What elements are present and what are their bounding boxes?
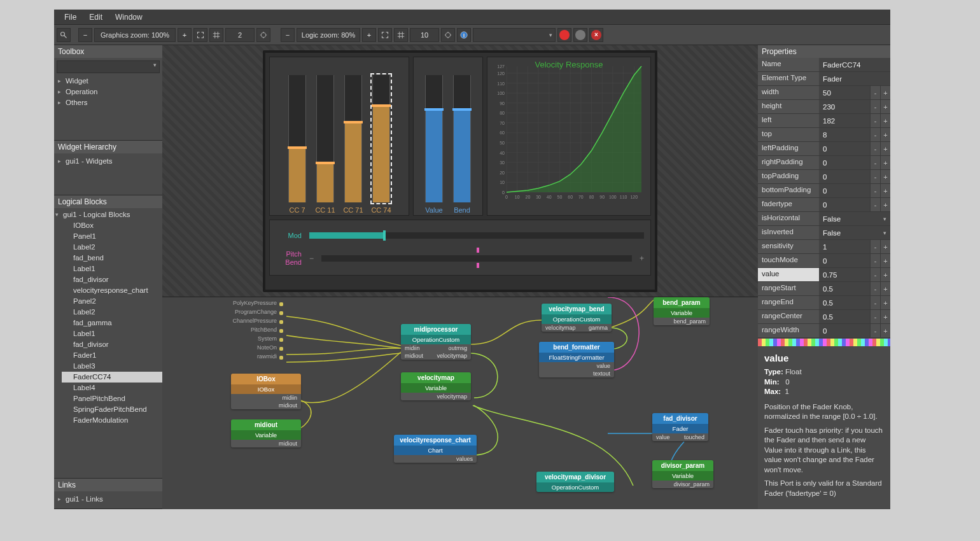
grid-logic-icon[interactable] [394,28,408,42]
search-icon[interactable] [57,28,71,42]
graphics-zoom-field[interactable]: Graphics zoom: 100% [94,28,176,42]
logic-grid-step[interactable]: 10 [410,28,439,42]
prop-value[interactable]: 0.5 [819,310,870,323]
fit-icon[interactable] [193,28,207,42]
links-root[interactable]: gui1 - Links [57,494,160,505]
prop-increment[interactable]: + [880,268,890,281]
prop-value[interactable]: 50 [819,86,870,99]
logical-item[interactable]: Label4 [62,383,162,393]
logical-item[interactable]: Panel1 [62,231,162,242]
node-divisor-param[interactable]: divisor_paramVariable divisor_param [652,460,713,488]
fader[interactable] [288,75,306,202]
toolbox-item[interactable]: Operation [57,87,160,97]
toolbar-combo[interactable] [473,28,556,42]
prop-decrement[interactable]: - [870,310,880,323]
prop-decrement[interactable]: - [870,184,880,197]
prop-value[interactable]: 0 [819,156,870,169]
logic-zoom-field[interactable]: Logic zoom: 80% [297,28,360,42]
target-icon[interactable] [256,28,270,42]
prop-value[interactable]: 8 [819,128,870,141]
grid-icon[interactable] [209,28,223,42]
fader[interactable] [344,75,362,202]
gzoom-plus-button[interactable]: + [178,28,192,42]
prop-decrement[interactable]: - [870,100,880,113]
node-velocitymap-divisor[interactable]: velocitymap_divisorOperationCustom [536,472,614,492]
menu-window[interactable]: Window [109,13,149,22]
toolbox-filter-combo[interactable] [57,60,160,73]
logical-item[interactable]: FaderModulation [62,415,162,426]
fit-logic-icon[interactable] [378,28,392,42]
node-graph[interactable]: PolyKeyPressureProgramChangeChannelPress… [162,297,758,509]
info-icon[interactable]: i [457,28,471,42]
mod-slider[interactable] [309,232,644,239]
prop-increment[interactable]: + [880,114,890,127]
prop-decrement[interactable]: - [870,296,880,309]
prop-increment[interactable]: + [880,142,890,155]
prop-value[interactable]: 0 [819,170,870,183]
prop-value[interactable]: 0.75 [819,268,870,281]
prop-value-combo[interactable]: False [819,226,890,239]
prop-decrement[interactable]: - [870,142,880,155]
prop-value[interactable]: 230 [819,100,870,113]
prop-increment[interactable]: + [880,170,890,183]
prop-decrement[interactable]: - [870,170,880,183]
prop-decrement[interactable]: - [870,282,880,295]
prop-decrement[interactable]: - [870,114,880,127]
logical-root[interactable]: gui1 - Logical Blocks [54,209,162,220]
prop-increment[interactable]: + [880,296,890,309]
logical-item[interactable]: Label1 [62,263,162,274]
lzoom-minus-button[interactable]: − [281,28,295,42]
node-fad-divisor[interactable]: fad_divisorFader valuetouched [652,413,708,441]
prop-decrement[interactable]: - [870,198,880,211]
logical-item[interactable]: fad_divisor [62,274,162,285]
prop-decrement[interactable]: - [870,156,880,169]
prop-decrement[interactable]: - [870,128,880,141]
prop-value[interactable]: 0 [819,254,870,267]
prop-value[interactable]: 182 [819,114,870,127]
canvas[interactable]: CC 7 CC 11 CC 71 CC 74 Value Bend Veloci… [162,45,758,509]
prop-value[interactable]: 1 [819,240,870,253]
node-velocitymap-bend[interactable]: velocitymap_bendOperationCustom velocity… [542,304,612,332]
prop-increment[interactable]: + [880,310,890,323]
prop-value[interactable]: Fader [819,72,890,85]
logical-item[interactable]: IOBox [62,220,162,231]
prop-increment[interactable]: + [880,254,890,267]
prop-value[interactable]: 0 [819,198,870,211]
prop-decrement[interactable]: - [870,254,880,267]
prop-increment[interactable]: + [880,184,890,197]
logical-item[interactable]: fad_gamma [62,318,162,328]
logical-item[interactable]: Label2 [62,242,162,253]
prop-decrement[interactable]: - [870,240,880,253]
logical-item[interactable]: Label2 [62,307,162,318]
node-bend-param[interactable]: bend_paramVariable bend_param [654,297,710,325]
toolbox-item[interactable]: Widget [57,76,160,87]
pitchbend-slider[interactable] [321,255,632,262]
prop-increment[interactable]: + [880,156,890,169]
menu-edit[interactable]: Edit [83,13,109,22]
node-velocitymap[interactable]: velocitymapVariable velocitymap [401,372,471,400]
prop-increment[interactable]: + [880,324,890,337]
prop-value-combo[interactable]: False [819,212,890,225]
fader[interactable] [425,75,443,202]
prop-value[interactable]: 0 [819,324,870,337]
prop-decrement[interactable]: - [870,268,880,281]
record-button[interactable] [557,28,571,42]
delete-button[interactable]: × [589,28,603,42]
logical-item[interactable]: PanelPitchBend [62,393,162,404]
toolbox-item[interactable]: Others [57,97,160,108]
prop-increment[interactable]: + [880,86,890,99]
prop-value[interactable]: 0.5 [819,282,870,295]
prop-increment[interactable]: + [880,100,890,113]
prop-increment[interactable]: + [880,128,890,141]
node-midiout[interactable]: midioutVariable midiout [231,419,301,447]
graphics-grid-step[interactable]: 2 [225,28,255,42]
logical-item[interactable]: fad_divisor [62,339,162,350]
hierarchy-root[interactable]: gui1 - Widgets [57,156,160,167]
prop-value[interactable]: 0 [819,184,870,197]
logical-item[interactable]: Panel2 [62,296,162,307]
target-logic-icon[interactable] [441,28,455,42]
prop-value[interactable]: FaderCC74 [819,58,890,71]
fader[interactable] [316,75,334,202]
node-iobox[interactable]: IOBoxIOBox midiin midiout [231,374,301,409]
logical-item[interactable]: velocityresponse_chart [62,285,162,296]
